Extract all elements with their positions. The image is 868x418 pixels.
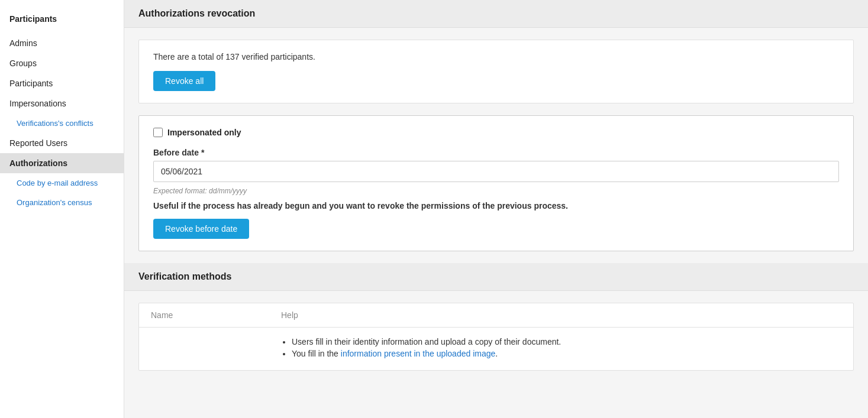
sidebar-item-participants[interactable]: Participants — [0, 73, 124, 93]
sidebar-item-code-by-email[interactable]: Code by e-mail address — [0, 173, 124, 193]
sidebar-item-verifications-conflicts[interactable]: Verifications's conflicts — [0, 114, 124, 133]
sidebar-title: Participants — [0, 9, 124, 33]
revoke-all-card: There are a total of 137 verified partic… — [138, 40, 854, 103]
verification-table-header: Name Help — [139, 303, 853, 328]
format-hint: Expected format: dd/mm/yyyy — [153, 187, 839, 195]
sidebar-item-groups[interactable]: Groups — [0, 53, 124, 73]
revoke-before-date-button[interactable]: Revoke before date — [153, 219, 249, 239]
section-authorizations-revocation-header: Authorizations revocation — [124, 0, 868, 28]
sidebar-item-organizations-census[interactable]: Organization's census — [0, 193, 124, 212]
impersonated-only-row: Impersonated only — [153, 128, 839, 137]
sidebar-item-impersonations[interactable]: Impersonations — [0, 93, 124, 114]
sidebar-item-admins[interactable]: Admins — [0, 33, 124, 53]
col-header-help: Help — [281, 310, 841, 320]
total-participants-text: There are a total of 137 verified partic… — [153, 52, 839, 61]
verification-methods-card: Name Help Users fill in their identity i… — [138, 303, 854, 371]
useful-text: Useful if the process has already begun … — [153, 201, 839, 210]
revoke-before-date-card: Impersonated only Before date * Expected… — [138, 115, 854, 251]
verification-name-cell — [151, 337, 281, 361]
verification-help-cell: Users fill in their identity information… — [281, 337, 841, 361]
col-header-name: Name — [151, 310, 281, 320]
before-date-label: Before date * — [153, 148, 839, 157]
table-row: Users fill in their identity information… — [139, 328, 853, 370]
sidebar: Participants Admins Groups Participants … — [0, 0, 124, 418]
help-list: Users fill in their identity information… — [281, 337, 841, 358]
main-content: Authorizations revocation There are a to… — [124, 0, 868, 418]
help-link[interactable]: information present in the uploaded imag… — [341, 349, 496, 358]
before-date-input[interactable] — [153, 161, 839, 182]
section-verification-methods-header: Verification methods — [124, 263, 868, 291]
sidebar-item-reported-users[interactable]: Reported Users — [0, 133, 124, 153]
revoke-all-button[interactable]: Revoke all — [153, 71, 215, 91]
impersonated-only-checkbox[interactable] — [153, 128, 163, 137]
sidebar-item-authorizations[interactable]: Authorizations — [0, 153, 124, 173]
help-item-1: Users fill in their identity information… — [292, 337, 841, 346]
impersonated-only-label[interactable]: Impersonated only — [167, 128, 241, 137]
help-item-2: You fill in the information present in t… — [292, 349, 841, 358]
